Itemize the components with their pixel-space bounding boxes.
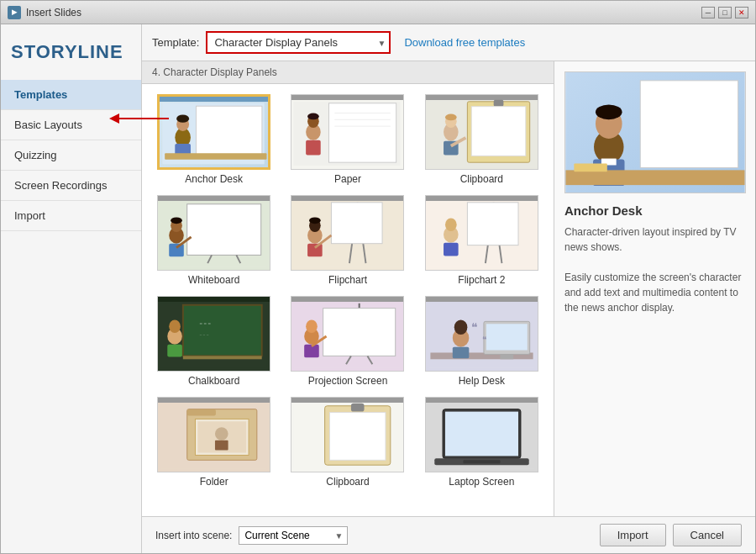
template-item-flipchart[interactable]: Flipchart	[286, 195, 409, 286]
template-item-projection-screen[interactable]: Projection Screen	[286, 296, 409, 387]
svg-rect-104	[565, 170, 744, 185]
action-buttons: Import Cancel	[600, 524, 742, 546]
svg-point-43	[310, 217, 322, 224]
download-templates-link[interactable]: Download free templates	[404, 36, 525, 49]
preview-description: Character-driven layout inspired by TV n…	[564, 224, 745, 315]
template-item-flipchart2[interactable]: Flipchart 2	[420, 195, 543, 286]
thumb-label-laptop: Laptop Screen	[449, 476, 514, 488]
sidebar-item-templates[interactable]: Templates	[1, 80, 141, 110]
whiteboard-svg	[158, 196, 270, 270]
template-item-chalkboard[interactable]: = = = ~ ~ ~	[152, 296, 276, 387]
thumb-whiteboard	[157, 195, 270, 271]
grid-scroll[interactable]: Anchor Desk	[142, 84, 554, 516]
thumb-anchor-desk	[157, 94, 270, 170]
svg-rect-8	[165, 153, 266, 159]
svg-rect-105	[574, 163, 606, 171]
folder-svg	[158, 398, 270, 472]
thumb-label-paper: Paper	[334, 173, 361, 185]
main-content: STORYLINE Templates Basic Layouts Quizzi…	[1, 24, 755, 553]
thumb-label-folder: Folder	[200, 476, 228, 488]
svg-rect-98	[640, 81, 738, 168]
close-button[interactable]: ✕	[735, 7, 748, 18]
window-controls: ─ □ ✕	[701, 7, 748, 18]
scene-select-wrapper: Current Scene ▼	[239, 526, 348, 545]
thumb-label-flipchart: Flipchart	[328, 274, 367, 286]
svg-rect-82	[187, 409, 216, 416]
template-label: Template:	[152, 36, 199, 49]
template-item-clipboard[interactable]: Clipboard	[420, 94, 543, 185]
template-grid: Anchor Desk	[152, 94, 543, 488]
thumb-chalkboard: = = = ~ ~ ~	[157, 296, 270, 372]
right-panel: Template: Character Display Panels Basic…	[142, 24, 755, 553]
grid-header: 4. Character Display Panels	[142, 61, 554, 84]
svg-point-85	[215, 427, 228, 441]
template-select-wrapper: Character Display Panels Basic Layouts Q…	[206, 31, 391, 54]
sidebar-nav: Templates Basic Layouts Quizzing Screen …	[1, 80, 141, 231]
thumb-label-clipboard2: Clipboard	[326, 476, 369, 488]
svg-rect-57	[183, 356, 262, 359]
clipboard-svg	[426, 95, 538, 169]
svg-rect-21	[471, 107, 526, 156]
sidebar: STORYLINE Templates Basic Layouts Quizzi…	[1, 24, 142, 553]
thumb-label-whiteboard: Whiteboard	[188, 274, 239, 286]
template-item-clipboard2[interactable]: Clipboard	[286, 397, 409, 488]
svg-rect-44	[308, 244, 323, 257]
svg-rect-63	[323, 309, 396, 356]
projection-svg	[291, 297, 403, 371]
sidebar-item-screen-recordings[interactable]: Screen Recordings	[1, 171, 141, 201]
template-item-whiteboard[interactable]: Whiteboard	[152, 195, 276, 286]
svg-rect-20	[493, 100, 503, 107]
bottom-bar: Insert into scene: Current Scene ▼ Impor…	[142, 516, 755, 553]
template-item-laptop[interactable]: Laptop Screen	[420, 397, 543, 488]
minimize-button[interactable]: ─	[701, 7, 715, 18]
svg-rect-77	[453, 347, 470, 359]
thumb-label-chalkboard: Chalkboard	[188, 375, 239, 387]
scene-select[interactable]: Current Scene	[239, 526, 348, 545]
clipboard2-svg	[291, 398, 403, 472]
title-bar: ▶ Insert Slides ─ □ ✕	[1, 1, 755, 24]
chalkboard-svg: = = = ~ ~ ~	[158, 297, 270, 371]
restore-button[interactable]: □	[718, 7, 732, 18]
svg-text:= = =: = = =	[200, 321, 212, 326]
app-logo: STORYLINE	[11, 41, 131, 63]
svg-point-6	[176, 114, 189, 122]
thumb-label-projection: Projection Screen	[308, 375, 388, 387]
window-title: Insert Slides	[26, 7, 81, 18]
cancel-button[interactable]: Cancel	[673, 524, 742, 546]
content-area: 4. Character Display Panels	[142, 61, 755, 516]
flipchart2-svg	[426, 196, 538, 270]
scene-area: Insert into scene: Current Scene ▼	[155, 526, 348, 545]
svg-text:❝: ❝	[471, 321, 478, 334]
sidebar-item-import[interactable]: Import	[1, 201, 141, 231]
svg-rect-93	[445, 412, 518, 456]
svg-point-76	[454, 319, 468, 335]
paper-svg	[291, 95, 403, 169]
template-item-paper[interactable]: Paper	[286, 94, 409, 185]
sidebar-item-basic-layouts[interactable]: Basic Layouts	[1, 110, 141, 140]
svg-rect-86	[215, 441, 228, 451]
template-select[interactable]: Character Display Panels Basic Layouts Q…	[206, 31, 391, 54]
preview-thumb	[564, 71, 746, 193]
svg-rect-90	[330, 413, 386, 461]
svg-rect-60	[167, 345, 182, 357]
svg-rect-74	[500, 354, 513, 359]
svg-rect-3	[197, 106, 262, 155]
sidebar-item-quizzing[interactable]: Quizzing	[1, 140, 141, 171]
template-item-anchor-desk[interactable]: Anchor Desk	[152, 94, 276, 185]
svg-rect-49	[467, 203, 518, 245]
toolbar: Template: Character Display Panels Basic…	[142, 24, 755, 61]
title-bar-left: ▶ Insert Slides	[8, 6, 81, 19]
svg-point-67	[307, 319, 318, 333]
anchor-desk-svg	[160, 97, 268, 167]
preview-title: Anchor Desk	[564, 203, 745, 218]
svg-point-24	[445, 113, 457, 120]
template-item-help-desk[interactable]: ❝ ❝ Help Desk	[420, 296, 543, 387]
import-button[interactable]: Import	[600, 524, 666, 546]
svg-text:❝: ❝	[482, 335, 486, 344]
insert-scene-label: Insert into scene:	[155, 530, 232, 541]
template-item-folder[interactable]: Folder	[152, 397, 276, 488]
preview-panel: Anchor Desk Character-driven layout insp…	[554, 61, 755, 516]
svg-point-33	[171, 217, 182, 224]
thumb-clipboard2	[291, 397, 404, 472]
flipchart-svg	[291, 196, 403, 270]
